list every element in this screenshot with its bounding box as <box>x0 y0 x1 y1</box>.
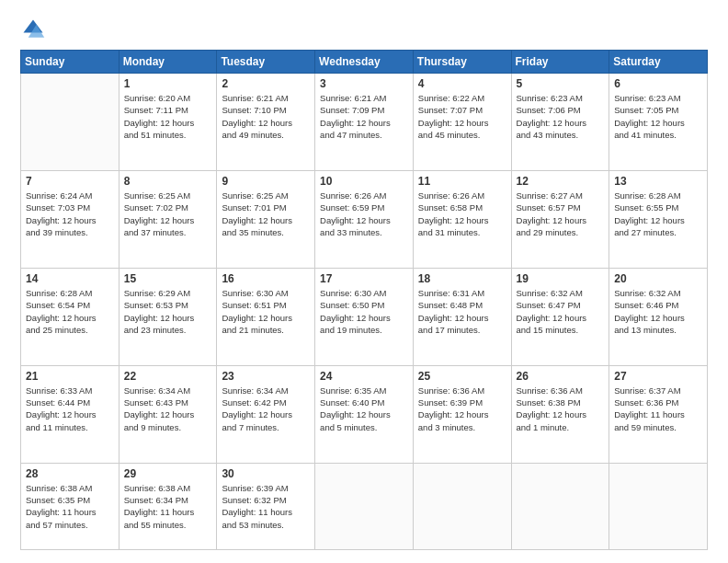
day-info: Sunrise: 6:30 AM Sunset: 6:50 PM Dayligh… <box>320 287 408 336</box>
calendar-day-cell: 19Sunrise: 6:32 AM Sunset: 6:47 PM Dayli… <box>511 268 609 365</box>
day-info: Sunrise: 6:23 AM Sunset: 7:05 PM Dayligh… <box>614 92 702 141</box>
day-info: Sunrise: 6:20 AM Sunset: 7:11 PM Dayligh… <box>124 92 212 141</box>
day-info: Sunrise: 6:37 AM Sunset: 6:36 PM Dayligh… <box>614 385 702 433</box>
calendar-day-cell: 11Sunrise: 6:26 AM Sunset: 6:58 PM Dayli… <box>413 170 511 268</box>
calendar-table: SundayMondayTuesdayWednesdayThursdayFrid… <box>20 50 708 550</box>
day-number: 15 <box>124 272 212 285</box>
calendar-weekday-header: Thursday <box>413 51 511 74</box>
day-number: 6 <box>614 77 702 90</box>
day-info: Sunrise: 6:29 AM Sunset: 6:53 PM Dayligh… <box>124 287 212 336</box>
calendar-weekday-header: Sunday <box>21 51 119 74</box>
day-number: 8 <box>124 175 212 188</box>
day-info: Sunrise: 6:38 AM Sunset: 6:34 PM Dayligh… <box>124 482 212 531</box>
calendar-day-cell: 10Sunrise: 6:26 AM Sunset: 6:59 PM Dayli… <box>315 170 414 268</box>
day-info: Sunrise: 6:39 AM Sunset: 6:32 PM Dayligh… <box>222 482 310 531</box>
calendar-day-cell: 22Sunrise: 6:34 AM Sunset: 6:43 PM Dayli… <box>119 365 217 463</box>
day-number: 17 <box>320 272 408 285</box>
calendar-weekday-header: Monday <box>119 51 217 74</box>
day-number: 11 <box>418 175 506 188</box>
day-number: 28 <box>26 467 114 480</box>
day-number: 9 <box>222 175 310 188</box>
day-number: 30 <box>222 467 310 480</box>
day-number: 23 <box>222 370 310 383</box>
day-info: Sunrise: 6:21 AM Sunset: 7:10 PM Dayligh… <box>222 92 310 141</box>
day-info: Sunrise: 6:31 AM Sunset: 6:48 PM Dayligh… <box>418 287 506 336</box>
day-number: 3 <box>320 77 408 90</box>
header <box>20 17 708 42</box>
day-info: Sunrise: 6:32 AM Sunset: 6:46 PM Dayligh… <box>614 287 702 336</box>
logo <box>20 17 50 42</box>
day-number: 25 <box>418 370 506 383</box>
day-info: Sunrise: 6:25 AM Sunset: 7:02 PM Dayligh… <box>124 190 212 238</box>
calendar-day-cell: 28Sunrise: 6:38 AM Sunset: 6:35 PM Dayli… <box>21 463 119 549</box>
calendar-day-cell: 25Sunrise: 6:36 AM Sunset: 6:39 PM Dayli… <box>413 365 511 463</box>
calendar-day-cell: 2Sunrise: 6:21 AM Sunset: 7:10 PM Daylig… <box>217 74 315 171</box>
calendar-day-cell: 4Sunrise: 6:22 AM Sunset: 7:07 PM Daylig… <box>413 74 511 171</box>
day-info: Sunrise: 6:23 AM Sunset: 7:06 PM Dayligh… <box>517 92 605 141</box>
calendar-header-row: SundayMondayTuesdayWednesdayThursdayFrid… <box>21 51 708 74</box>
logo-icon <box>20 17 46 42</box>
day-number: 2 <box>222 77 310 90</box>
calendar-day-cell: 15Sunrise: 6:29 AM Sunset: 6:53 PM Dayli… <box>119 268 217 365</box>
day-number: 5 <box>517 77 605 90</box>
day-number: 20 <box>614 272 702 285</box>
day-number: 26 <box>517 370 605 383</box>
day-number: 16 <box>222 272 310 285</box>
calendar-week-row: 28Sunrise: 6:38 AM Sunset: 6:35 PM Dayli… <box>21 463 708 549</box>
day-info: Sunrise: 6:26 AM Sunset: 6:59 PM Dayligh… <box>320 190 408 238</box>
calendar-day-cell: 20Sunrise: 6:32 AM Sunset: 6:46 PM Dayli… <box>609 268 708 365</box>
page: SundayMondayTuesdayWednesdayThursdayFrid… <box>0 0 728 563</box>
calendar-day-cell <box>511 463 609 549</box>
day-info: Sunrise: 6:27 AM Sunset: 6:57 PM Dayligh… <box>517 190 605 238</box>
day-number: 22 <box>124 370 212 383</box>
day-number: 13 <box>614 175 702 188</box>
day-info: Sunrise: 6:22 AM Sunset: 7:07 PM Dayligh… <box>418 92 506 141</box>
calendar-day-cell: 21Sunrise: 6:33 AM Sunset: 6:44 PM Dayli… <box>21 365 119 463</box>
calendar-day-cell <box>413 463 511 549</box>
day-info: Sunrise: 6:30 AM Sunset: 6:51 PM Dayligh… <box>222 287 310 336</box>
day-info: Sunrise: 6:34 AM Sunset: 6:43 PM Dayligh… <box>124 385 212 433</box>
calendar-day-cell: 23Sunrise: 6:34 AM Sunset: 6:42 PM Dayli… <box>217 365 315 463</box>
day-number: 19 <box>517 272 605 285</box>
calendar-day-cell: 30Sunrise: 6:39 AM Sunset: 6:32 PM Dayli… <box>217 463 315 549</box>
day-number: 10 <box>320 175 408 188</box>
calendar-week-row: 21Sunrise: 6:33 AM Sunset: 6:44 PM Dayli… <box>21 365 708 463</box>
day-info: Sunrise: 6:21 AM Sunset: 7:09 PM Dayligh… <box>320 92 408 141</box>
calendar-week-row: 1Sunrise: 6:20 AM Sunset: 7:11 PM Daylig… <box>21 74 708 171</box>
day-number: 7 <box>26 175 114 188</box>
calendar-day-cell: 7Sunrise: 6:24 AM Sunset: 7:03 PM Daylig… <box>21 170 119 268</box>
calendar-weekday-header: Wednesday <box>315 51 414 74</box>
calendar-day-cell: 16Sunrise: 6:30 AM Sunset: 6:51 PM Dayli… <box>217 268 315 365</box>
day-info: Sunrise: 6:25 AM Sunset: 7:01 PM Dayligh… <box>222 190 310 238</box>
calendar-day-cell: 27Sunrise: 6:37 AM Sunset: 6:36 PM Dayli… <box>609 365 708 463</box>
day-info: Sunrise: 6:35 AM Sunset: 6:40 PM Dayligh… <box>320 385 408 433</box>
calendar-day-cell: 26Sunrise: 6:36 AM Sunset: 6:38 PM Dayli… <box>511 365 609 463</box>
calendar-day-cell: 5Sunrise: 6:23 AM Sunset: 7:06 PM Daylig… <box>511 74 609 171</box>
day-number: 27 <box>614 370 702 383</box>
day-number: 14 <box>26 272 114 285</box>
calendar-day-cell <box>609 463 708 549</box>
day-info: Sunrise: 6:36 AM Sunset: 6:39 PM Dayligh… <box>418 385 506 433</box>
calendar-day-cell: 1Sunrise: 6:20 AM Sunset: 7:11 PM Daylig… <box>119 74 217 171</box>
calendar-day-cell: 13Sunrise: 6:28 AM Sunset: 6:55 PM Dayli… <box>609 170 708 268</box>
day-number: 21 <box>26 370 114 383</box>
calendar-week-row: 14Sunrise: 6:28 AM Sunset: 6:54 PM Dayli… <box>21 268 708 365</box>
calendar-day-cell: 29Sunrise: 6:38 AM Sunset: 6:34 PM Dayli… <box>119 463 217 549</box>
day-number: 24 <box>320 370 408 383</box>
calendar-day-cell: 9Sunrise: 6:25 AM Sunset: 7:01 PM Daylig… <box>217 170 315 268</box>
day-number: 1 <box>124 77 212 90</box>
calendar-day-cell <box>315 463 414 549</box>
day-number: 12 <box>517 175 605 188</box>
day-info: Sunrise: 6:32 AM Sunset: 6:47 PM Dayligh… <box>517 287 605 336</box>
day-number: 4 <box>418 77 506 90</box>
day-number: 29 <box>124 467 212 480</box>
day-number: 18 <box>418 272 506 285</box>
day-info: Sunrise: 6:38 AM Sunset: 6:35 PM Dayligh… <box>26 482 114 531</box>
calendar-day-cell <box>21 74 119 171</box>
day-info: Sunrise: 6:26 AM Sunset: 6:58 PM Dayligh… <box>418 190 506 238</box>
calendar-day-cell: 8Sunrise: 6:25 AM Sunset: 7:02 PM Daylig… <box>119 170 217 268</box>
calendar-weekday-header: Friday <box>511 51 609 74</box>
day-info: Sunrise: 6:33 AM Sunset: 6:44 PM Dayligh… <box>26 385 114 433</box>
day-info: Sunrise: 6:34 AM Sunset: 6:42 PM Dayligh… <box>222 385 310 433</box>
calendar-day-cell: 18Sunrise: 6:31 AM Sunset: 6:48 PM Dayli… <box>413 268 511 365</box>
